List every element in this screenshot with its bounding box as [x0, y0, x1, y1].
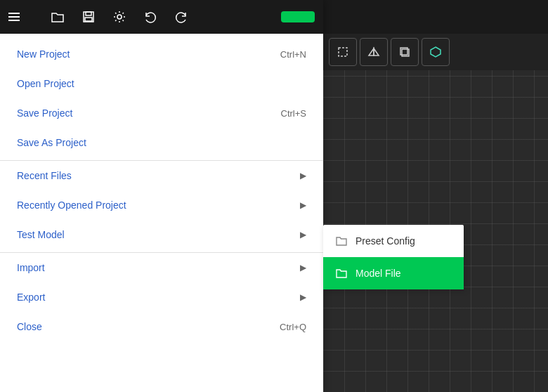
- submenu-item-model-file[interactable]: Model File: [323, 257, 464, 289]
- chevron-right-icon: ▶: [300, 200, 306, 210]
- svg-marker-5: [431, 47, 441, 57]
- menu-item-open-project[interactable]: Open Project: [0, 69, 323, 98]
- svg-rect-8: [85, 18, 92, 21]
- menu-item-save-project[interactable]: Save ProjectCtrl+S: [0, 98, 323, 128]
- chevron-right-icon: ▶: [300, 292, 306, 302]
- menu-item-test-model[interactable]: Test Model▶: [0, 220, 323, 249]
- folder-submenu-icon: [334, 266, 348, 280]
- menu-header: [0, 0, 323, 34]
- svg-point-9: [117, 15, 122, 19]
- selection-icon-btn[interactable]: [329, 38, 357, 66]
- viewport: [323, 34, 548, 392]
- svg-rect-0: [339, 48, 347, 56]
- mirror-icon-btn[interactable]: [360, 38, 388, 66]
- menu-item-shortcut-new-project: Ctrl+N: [280, 49, 306, 60]
- settings-icon-btn[interactable]: [107, 6, 132, 28]
- svg-marker-2: [374, 48, 379, 55]
- chevron-right-icon: ▶: [300, 171, 306, 181]
- menu-item-export[interactable]: Export▶: [0, 282, 323, 312]
- menu-item-label-recently-opened-project: Recently Opened Project: [17, 200, 126, 211]
- submenu-item-label-preset-config: Preset Config: [355, 235, 415, 247]
- 3d-icon-btn[interactable]: [422, 38, 450, 66]
- copy-icon-btn[interactable]: [391, 38, 419, 66]
- menu-item-close[interactable]: CloseCtrl+Q: [0, 312, 323, 341]
- menu-item-label-test-model: Test Model: [17, 229, 65, 240]
- file-menu: New ProjectCtrl+NOpen ProjectSave Projec…: [0, 0, 323, 392]
- menu-item-label-open-project: Open Project: [17, 78, 74, 89]
- icon-toolbar: [323, 34, 548, 70]
- menu-item-shortcut-close: Ctrl+Q: [280, 322, 306, 332]
- menu-item-label-recent-files: Recent Files: [17, 170, 72, 181]
- chevron-right-icon: ▶: [300, 230, 306, 240]
- menu-item-label-save-as-project: Save As Project: [17, 137, 86, 148]
- prepare-button[interactable]: [281, 11, 315, 22]
- menu-items-container: New ProjectCtrl+NOpen ProjectSave Projec…: [0, 34, 323, 347]
- svg-rect-7: [86, 12, 91, 15]
- menu-item-new-project[interactable]: New ProjectCtrl+N: [0, 39, 323, 69]
- submenu-item-label-model-file: Model File: [355, 268, 401, 279]
- submenu-item-preset-config[interactable]: Preset Config: [323, 225, 464, 257]
- menu-item-label-export: Export: [17, 292, 45, 303]
- svg-marker-1: [369, 48, 374, 55]
- undo-icon-btn[interactable]: [138, 6, 163, 28]
- menu-item-recent-files[interactable]: Recent Files▶: [0, 160, 323, 190]
- menu-item-import[interactable]: Import▶: [0, 252, 323, 282]
- menu-item-shortcut-save-project: Ctrl+S: [281, 108, 306, 119]
- save-icon-btn[interactable]: [76, 6, 101, 28]
- menu-item-save-as-project[interactable]: Save As Project: [0, 128, 323, 157]
- chevron-right-icon: ▶: [300, 263, 306, 273]
- menu-item-label-import: Import: [17, 262, 45, 273]
- menu-item-label-new-project: New Project: [17, 48, 70, 60]
- import-submenu: Preset Config Model File: [323, 225, 464, 289]
- menu-item-label-save-project: Save Project: [17, 107, 72, 119]
- hamburger-icon[interactable]: [8, 13, 20, 21]
- menu-item-recently-opened-project[interactable]: Recently Opened Project▶: [0, 190, 323, 220]
- redo-icon-btn[interactable]: [169, 6, 194, 28]
- folder-icon-btn[interactable]: [45, 6, 70, 28]
- menu-item-label-close: Close: [17, 321, 42, 332]
- folder-submenu-icon: [334, 234, 348, 248]
